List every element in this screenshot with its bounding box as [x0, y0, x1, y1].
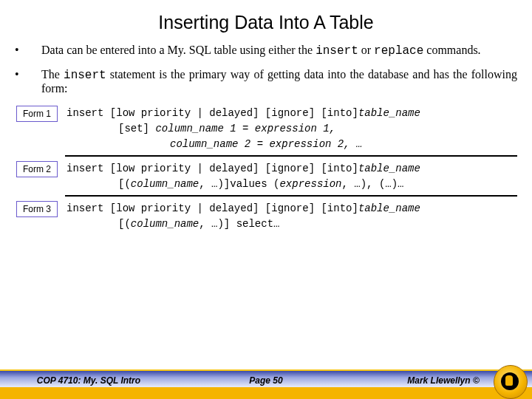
- ucf-logo-icon: [494, 365, 526, 398]
- code-area: insert [low priority | delayed] [ignore]…: [66, 106, 517, 152]
- bullet-item: • The insert statement is the primary wa…: [15, 68, 517, 95]
- footer-left: COP 4710: My. SQL Intro: [0, 375, 177, 386]
- footer-center: Page 50: [177, 375, 355, 386]
- bullet-text: The insert statement is the primary way …: [41, 68, 517, 95]
- divider: [65, 155, 517, 157]
- bullet-mark: •: [15, 68, 41, 95]
- footer-gold: [0, 387, 532, 399]
- form-label-3: Form 3: [16, 201, 58, 217]
- footer: COP 4710: My. SQL Intro Page 50 Mark Lle…: [0, 361, 532, 399]
- bullet-item: • Data can be entered into a My. SQL tab…: [15, 44, 517, 58]
- divider: [65, 195, 517, 197]
- form-row: Form 2 insert [low priority | delayed] […: [15, 161, 517, 192]
- form-row: Form 1 insert [low priority | delayed] […: [15, 106, 517, 152]
- form-row: Form 3 insert [low priority | delayed] […: [15, 201, 517, 232]
- bullet-list: • Data can be entered into a My. SQL tab…: [15, 44, 517, 95]
- footer-text: COP 4710: My. SQL Intro Page 50 Mark Lle…: [0, 375, 532, 386]
- code-area: insert [low priority | delayed] [ignore]…: [66, 201, 517, 232]
- bullet-text: Data can be entered into a My. SQL table…: [41, 44, 517, 58]
- forms-block: Form 1 insert [low priority | delayed] […: [15, 106, 517, 232]
- code-area: insert [low priority | delayed] [ignore]…: [66, 161, 517, 192]
- page-title: Inserting Data Into A Table: [15, 12, 517, 33]
- bullet-mark: •: [15, 44, 41, 58]
- form-label-1: Form 1: [16, 106, 58, 122]
- form-label-2: Form 2: [16, 161, 58, 177]
